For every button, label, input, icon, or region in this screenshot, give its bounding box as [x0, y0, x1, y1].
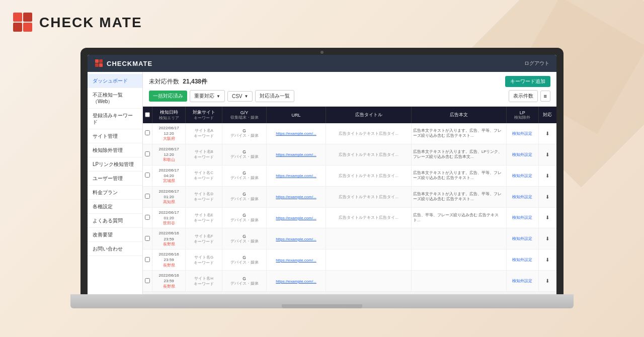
pending-count: 未対応件数 21,438件 [149, 77, 207, 86]
sidebar-item-detection-exclusion[interactable]: 検知除外管理 [88, 143, 142, 157]
row-lp-action-cell[interactable]: 検知外設定 [507, 186, 539, 207]
table-body: 2022/06/17 12:20 大阪府 サイト名A キーワード G デバイス・… [143, 123, 556, 292]
row-download-cell[interactable]: ⬇ [538, 249, 556, 271]
row-date-cell: 2022/06/17 12:20 大阪府 [152, 123, 186, 144]
row-url-cell[interactable]: https://example.com/... [266, 165, 326, 186]
app-logo-icon [95, 59, 104, 68]
row-checkbox-1[interactable] [145, 151, 150, 156]
row-gy-cell: G デバイス・媒体 [222, 207, 267, 228]
svg-rect-1 [23, 13, 32, 22]
sidebar-item-fraud-detection[interactable]: 不正検知一覧（Web） [88, 88, 142, 109]
row-checkbox-5[interactable] [145, 236, 150, 241]
row-site-cell: サイト名A キーワード [186, 123, 222, 144]
filter-button[interactable]: ≡ [540, 91, 550, 102]
row-checkbox-6[interactable] [145, 257, 150, 262]
row-ad-body-cell [411, 249, 506, 271]
row-lp-action-cell[interactable]: 検知外設定 [507, 228, 539, 249]
row-url-cell[interactable]: https://example.com/... [266, 228, 326, 249]
row-download-cell[interactable]: ⬇ [538, 165, 556, 186]
row-url-cell[interactable]: https://example.com/... [266, 186, 326, 207]
row-download-cell[interactable]: ⬇ [538, 123, 556, 144]
select-all-checkbox[interactable] [145, 112, 150, 117]
keyword-add-button[interactable]: キーワード追加 [505, 76, 550, 87]
sidebar-item-pricing-plan[interactable]: 料金プラン [88, 186, 142, 200]
logout-button[interactable]: ログアウト [524, 60, 549, 67]
batch-respond-button[interactable]: 一括対応済み [149, 91, 187, 102]
row-lp-action-cell[interactable]: 検知外設定 [507, 207, 539, 228]
row-ad-title-cell: 広告タイトルテキスト広告タイ... [326, 144, 412, 165]
sidebar-item-settings[interactable]: 各種設定 [88, 200, 142, 214]
download-icon[interactable]: ⬇ [545, 278, 549, 284]
sidebar-item-faq[interactable]: よくある質問 [88, 214, 142, 228]
row-checkbox-cell[interactable] [143, 207, 152, 228]
row-download-cell[interactable]: ⬇ [538, 228, 556, 249]
row-checkbox-0[interactable] [145, 130, 150, 135]
row-lp-action-cell[interactable]: 検知外設定 [507, 123, 539, 144]
table-row: 2022/06/17 12:20 和歌山 サイト名B キーワード G デバイス・… [143, 144, 556, 165]
sidebar-item-contact[interactable]: お問い合わせ [88, 242, 142, 256]
row-date-cell: 2022/06/17 12:20 和歌山 [152, 144, 186, 165]
row-url-cell[interactable]: https://example.com/... [266, 271, 326, 292]
row-ad-title-cell: 広告タイトルテキスト広告タイ... [326, 186, 412, 207]
row-checkbox-cell[interactable] [143, 165, 152, 186]
row-checkbox-cell[interactable] [143, 123, 152, 144]
row-lp-action-cell[interactable]: 検知外設定 [507, 249, 539, 271]
laptop-camera [320, 51, 324, 54]
row-checkbox-7[interactable] [145, 278, 150, 283]
row-url-cell[interactable]: https://example.com/... [266, 144, 326, 165]
row-download-cell[interactable]: ⬇ [538, 271, 556, 292]
respond-list-button[interactable]: 対応済み一覧 [255, 90, 294, 102]
row-checkbox-4[interactable] [145, 215, 150, 220]
data-table: 検知日時 検知エリア 対象サイト キーワード G/Y [143, 107, 556, 292]
row-download-cell[interactable]: ⬇ [538, 186, 556, 207]
row-checkbox-cell[interactable] [143, 271, 152, 292]
chevron-down-icon-csv: ▼ [244, 94, 248, 99]
row-download-cell[interactable]: ⬇ [538, 144, 556, 165]
row-lp-action-cell[interactable]: 検知外設定 [507, 165, 539, 186]
th-gy: G/Y 収集端末・媒体 [222, 107, 267, 123]
row-checkbox-cell[interactable] [143, 249, 152, 271]
row-checkbox-3[interactable] [145, 194, 150, 199]
row-lp-action-cell[interactable]: 検知外設定 [507, 144, 539, 165]
row-url-cell[interactable]: https://example.com/... [266, 207, 326, 228]
sidebar-item-improvement[interactable]: 改善要望 [88, 228, 142, 242]
row-gy-cell: G デバイス・媒体 [222, 271, 267, 292]
download-icon[interactable]: ⬇ [545, 236, 549, 241]
row-lp-action-cell[interactable]: 検知外設定 [507, 271, 539, 292]
csv-button[interactable]: CSV ▼ [227, 91, 253, 102]
th-checkbox[interactable] [143, 107, 152, 123]
download-icon[interactable]: ⬇ [545, 152, 549, 157]
sidebar-item-site-management[interactable]: サイト管理 [88, 129, 142, 143]
display-count-button[interactable]: 表示件数 [509, 90, 538, 102]
row-ad-body-cell: 広告本文テキストが入ります。広告、平等、フレーズ絞り込み含む 広告テキスト... [411, 186, 506, 207]
svg-rect-7 [99, 63, 103, 67]
row-site-cell: サイト名G キーワード [186, 249, 222, 271]
row-url-cell[interactable]: https://example.com/... [266, 249, 326, 271]
sidebar-item-lp-link-detection[interactable]: LPリンク検知管理 [88, 157, 142, 172]
download-icon[interactable]: ⬇ [545, 173, 549, 179]
th-url: URL [266, 107, 326, 123]
table-wrapper[interactable]: 検知日時 検知エリア 対象サイト キーワード G/Y [143, 107, 556, 294]
row-site-cell: サイト名C キーワード [186, 165, 222, 186]
row-url-cell[interactable]: https://example.com/... [266, 123, 326, 144]
download-icon[interactable]: ⬇ [545, 194, 549, 200]
row-gy-cell: G デバイス・媒体 [222, 165, 267, 186]
table-row: 2022/06/16 23:59 長野県 サイト名H キーワード G デバイス・… [143, 271, 556, 292]
row-download-cell[interactable]: ⬇ [538, 207, 556, 228]
row-checkbox-cell[interactable] [143, 144, 152, 165]
row-checkbox-cell[interactable] [143, 186, 152, 207]
app-body: ダッシュボード 不正検知一覧（Web） 登録済みキーワード サイト管理 検知除外… [88, 72, 556, 294]
bulk-action-button[interactable]: 重要対応 ▼ [190, 90, 225, 102]
download-icon[interactable]: ⬇ [545, 131, 549, 136]
laptop-screen: CHECKMATE ログアウト ダッシュボード 不正検知一覧（Web） 登録済み… [88, 55, 556, 294]
sidebar-item-dashboard[interactable]: ダッシュボード [88, 74, 142, 88]
sidebar-item-registered-keywords[interactable]: 登録済みキーワード [88, 109, 142, 129]
download-icon[interactable]: ⬇ [545, 215, 549, 220]
row-site-cell: サイト名H キーワード [186, 271, 222, 292]
sidebar-item-user-management[interactable]: ユーザー管理 [88, 172, 142, 186]
row-checkbox-2[interactable] [145, 173, 150, 178]
row-checkbox-cell[interactable] [143, 228, 152, 249]
logo-icon [12, 12, 34, 34]
download-icon[interactable]: ⬇ [545, 257, 549, 263]
th-ad-title: 広告タイトル [326, 107, 412, 123]
